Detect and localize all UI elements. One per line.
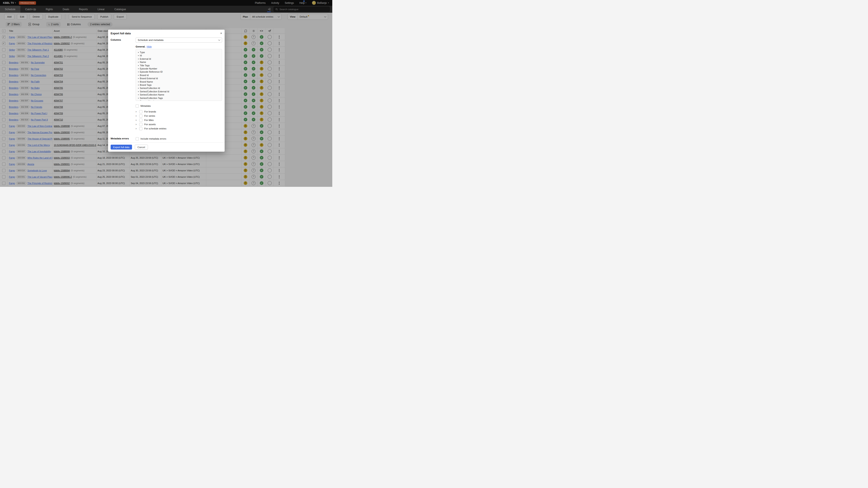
export-field-item: •Episode Number [138, 67, 222, 70]
close-icon[interactable]: × [220, 32, 222, 35]
metadata-checkbox[interactable] [135, 104, 139, 107]
export-full-data-modal: Export full data × Columns Schedule and … [108, 30, 225, 152]
bullet-icon: • [138, 54, 139, 57]
export-field-item: •Series/Collection External Id [138, 90, 222, 93]
export-field-item: •Brand Tags [138, 84, 222, 87]
export-field-item: •Name [138, 61, 222, 64]
chevron-right-icon[interactable]: › [135, 127, 137, 130]
metadata-child-row: ›For brands [135, 109, 222, 114]
metadata-child-label: For schedule entries [144, 127, 166, 130]
for-series-checkbox[interactable] [139, 115, 143, 118]
for-assets-checkbox[interactable] [139, 123, 143, 126]
bullet-icon: • [138, 80, 139, 83]
metadata-child-row: ›For titles [135, 118, 222, 122]
export-field-item: •Brand Name [138, 80, 222, 84]
bullet-icon: • [138, 64, 139, 67]
chevron-right-icon[interactable]: › [135, 119, 137, 121]
bullet-icon: • [138, 87, 139, 89]
export-full-data-button[interactable]: Export full data [111, 145, 132, 150]
general-section-label: General. [135, 45, 145, 48]
for-titles-checkbox[interactable] [139, 119, 143, 122]
chevron-right-icon[interactable]: › [135, 123, 137, 126]
bullet-icon: • [138, 93, 139, 96]
hide-link[interactable]: Hide [147, 45, 152, 48]
for-brands-checkbox[interactable] [139, 110, 143, 113]
bullet-icon: • [138, 100, 139, 101]
for-schedule-entries-checkbox[interactable] [139, 127, 143, 130]
general-fields-panel[interactable]: •Type•Id•External Id•Name•Title Tags•Epi… [135, 49, 222, 101]
bullet-icon: • [138, 74, 139, 76]
export-field-item: •Id [138, 54, 222, 57]
export-field-item: •Series/Collection Id [138, 87, 222, 90]
export-field-item: •Episode Reference ID [138, 70, 222, 73]
include-metadata-errors-label: Include metadata errors [141, 137, 166, 140]
chevron-right-icon[interactable]: › [135, 115, 137, 117]
bullet-icon: • [138, 97, 139, 99]
metadata-label: Metadata [141, 105, 151, 107]
metadata-child-row: ›For schedule entries [135, 126, 222, 131]
export-field-item: •Brand Id [138, 74, 222, 77]
metadata-child-row: ›For assets [135, 122, 222, 126]
metadata-child-label: For titles [144, 119, 154, 121]
export-field-item: •Title Tags [138, 64, 222, 67]
include-metadata-errors-checkbox[interactable] [135, 137, 139, 140]
export-field-item: •External Id [138, 57, 222, 61]
cancel-button[interactable]: Cancel [135, 145, 148, 150]
export-field-item: •Brand External Id [138, 77, 222, 80]
columns-label: Columns [111, 37, 135, 41]
chevron-right-icon[interactable]: › [135, 110, 137, 113]
modal-title: Export full data [111, 32, 131, 35]
export-field-item: •Season Number [138, 100, 222, 101]
metadata-child-label: For assets [144, 123, 156, 126]
bullet-icon: • [138, 77, 139, 79]
columns-select-value: Schedule and metadata [138, 39, 163, 41]
bullet-icon: • [138, 70, 139, 73]
bullet-icon: • [138, 84, 139, 86]
columns-select[interactable]: Schedule and metadata [135, 37, 222, 42]
export-field-item: •Type [138, 51, 222, 54]
bullet-icon: • [138, 51, 139, 54]
export-field-item: •Series/Collection Name [138, 93, 222, 96]
metadata-child-row: ›For series [135, 114, 222, 118]
chevron-down-icon [218, 39, 220, 41]
export-field-item: •Series/Collection Tags [138, 97, 222, 100]
metadata-child-label: For series [144, 115, 155, 117]
bullet-icon: • [138, 67, 139, 70]
metadata-child-label: For brands [144, 110, 156, 113]
bullet-icon: • [138, 90, 139, 93]
bullet-icon: • [138, 61, 139, 63]
metadata-errors-label: Metadata errors [111, 137, 135, 140]
bullet-icon: • [138, 58, 139, 60]
